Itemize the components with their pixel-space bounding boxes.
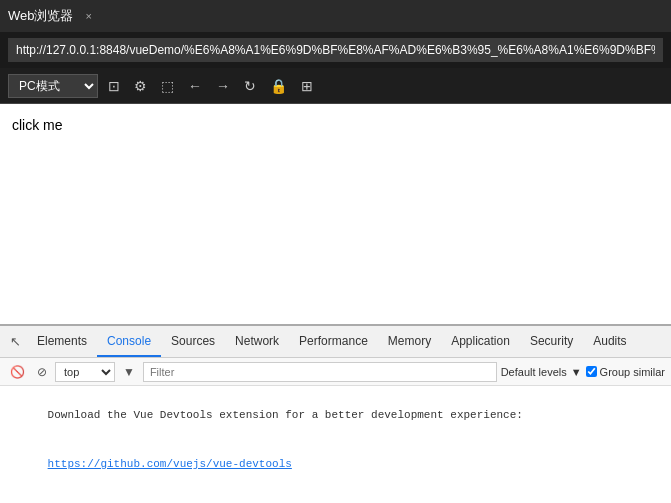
browser-title: Web浏览器 — [8, 7, 74, 25]
browser-toolbar: PC模式 移动模式 ⊡ ⚙ ⬚ ← → ↻ 🔒 ⊞ — [0, 68, 671, 104]
console-line-1: Download the Vue Devtools extension for … — [8, 390, 663, 440]
forward-icon[interactable]: → — [212, 76, 234, 96]
console-line-3 — [8, 489, 663, 499]
devtools-panel: ↖ Elements Console Sources Network Perfo… — [0, 324, 671, 499]
group-similar-label: Group similar — [600, 366, 665, 378]
browser-content: click me — [0, 104, 671, 324]
tab-application[interactable]: Application — [441, 326, 520, 357]
tab-network[interactable]: Network — [225, 326, 289, 357]
console-block-icon[interactable]: ⊘ — [33, 363, 51, 381]
back-icon[interactable]: ← — [184, 76, 206, 96]
page-content-text: click me — [12, 117, 63, 133]
console-toolbar: 🚫 ⊘ top ▼ Default levels ▼ Group similar — [0, 358, 671, 386]
default-levels-label: Default levels — [501, 366, 567, 378]
console-context-select[interactable]: top — [55, 362, 115, 382]
browser-titlebar: Web浏览器 × — [0, 0, 671, 32]
lock-icon: 🔒 — [266, 76, 291, 96]
console-clear-icon[interactable]: 🚫 — [6, 363, 29, 381]
console-content: Download the Vue Devtools extension for … — [0, 386, 671, 499]
tab-console[interactable]: Console — [97, 326, 161, 357]
inspect-icon[interactable]: ⬚ — [157, 76, 178, 96]
console-filter-input[interactable] — [143, 362, 497, 382]
vue-devtools-link[interactable]: https://github.com/vuejs/vue-devtools — [48, 458, 292, 470]
tab-close-icon[interactable]: × — [86, 10, 92, 22]
tab-elements[interactable]: Elements — [27, 326, 97, 357]
tab-memory[interactable]: Memory — [378, 326, 441, 357]
tab-performance[interactable]: Performance — [289, 326, 378, 357]
grid-icon[interactable]: ⊞ — [297, 76, 317, 96]
group-similar-checkbox[interactable] — [586, 366, 597, 377]
settings-icon[interactable]: ⚙ — [130, 76, 151, 96]
devtools-cursor-icon[interactable]: ↖ — [4, 330, 27, 353]
tab-sources[interactable]: Sources — [161, 326, 225, 357]
levels-dropdown-icon[interactable]: ▼ — [571, 366, 582, 378]
tab-security[interactable]: Security — [520, 326, 583, 357]
mode-select[interactable]: PC模式 移动模式 — [8, 74, 98, 98]
group-similar: Group similar — [586, 366, 665, 378]
console-context-arrow[interactable]: ▼ — [119, 363, 139, 381]
console-line-2: https://github.com/vuejs/vue-devtools — [8, 440, 663, 490]
tab-audits[interactable]: Audits — [583, 326, 636, 357]
console-levels: Default levels ▼ — [501, 366, 582, 378]
refresh-icon[interactable]: ↻ — [240, 76, 260, 96]
devtools-tabs: ↖ Elements Console Sources Network Perfo… — [0, 326, 671, 358]
screenshot-icon[interactable]: ⊡ — [104, 76, 124, 96]
browser-addressbar — [0, 32, 671, 68]
address-input[interactable] — [8, 38, 663, 62]
